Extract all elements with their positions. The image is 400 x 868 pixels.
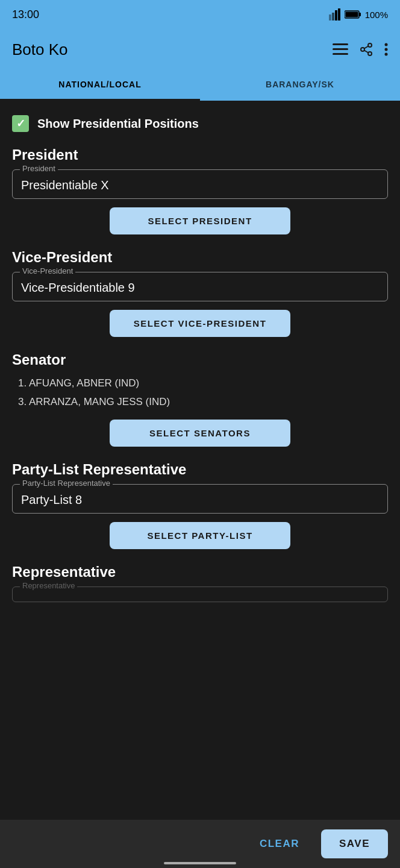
save-button[interactable]: SAVE xyxy=(321,829,388,858)
app-bar: Boto Ko xyxy=(0,29,400,70)
president-field: President Presidentiable X xyxy=(12,169,388,199)
status-icons: 100% xyxy=(329,8,388,20)
tabs: NATIONAL/LOCAL BARANGAY/SK xyxy=(0,70,400,101)
svg-point-20 xyxy=(385,53,388,56)
list-item: 1. AFUANG, ABNER (IND) xyxy=(18,374,388,393)
select-president-button[interactable]: SELECT PRESIDENT xyxy=(110,207,290,234)
representative-section: Representative Representative xyxy=(12,564,388,602)
representative-field-label: Representative xyxy=(20,581,77,590)
senator-list: 1. AFUANG, ABNER (IND) 3. ARRANZA, MANG … xyxy=(12,374,388,411)
president-field-value: Presidentiable X xyxy=(21,176,379,192)
home-indicator xyxy=(164,862,236,864)
select-senators-button[interactable]: SELECT SENATORS xyxy=(110,420,290,447)
share-icon-button[interactable] xyxy=(359,42,373,57)
president-field-label: President xyxy=(20,164,58,173)
battery-text: 100% xyxy=(365,10,388,20)
svg-point-19 xyxy=(385,48,388,51)
svg-rect-11 xyxy=(336,48,339,50)
svg-point-15 xyxy=(368,52,372,55)
status-time: 13:00 xyxy=(12,8,39,21)
show-presidential-label: Show Presidential Positions xyxy=(37,117,199,131)
checkbox-check-icon: ✓ xyxy=(16,117,25,130)
show-presidential-positions-row: ✓ Show Presidential Positions xyxy=(12,115,388,132)
svg-line-16 xyxy=(364,51,369,53)
app-bar-actions xyxy=(333,42,388,57)
representative-title: Representative xyxy=(12,564,388,580)
tab-national-local[interactable]: NATIONAL/LOCAL xyxy=(0,70,200,99)
party-list-title: Party-List Representative xyxy=(12,461,388,478)
select-vice-president-button[interactable]: SELECT VICE-PRESIDENT xyxy=(110,310,290,337)
svg-rect-10 xyxy=(336,43,339,45)
party-list-field: Party-List Representative Party-List 8 xyxy=(12,484,388,514)
clear-button[interactable]: CLEAR xyxy=(248,829,311,858)
party-list-field-label: Party-List Representative xyxy=(20,479,113,488)
senator-title: Senator xyxy=(12,351,388,368)
representative-field-value xyxy=(21,593,379,596)
app-title: Boto Ko xyxy=(12,40,68,59)
svg-rect-2 xyxy=(335,10,337,20)
more-vert-icon xyxy=(384,42,388,57)
svg-line-17 xyxy=(364,46,369,49)
tab-barangay-sk[interactable]: BARANGAY/SK xyxy=(200,70,400,99)
svg-rect-6 xyxy=(345,12,358,17)
battery-icon xyxy=(345,10,361,19)
show-presidential-checkbox[interactable]: ✓ xyxy=(12,115,29,132)
svg-point-18 xyxy=(385,43,388,46)
svg-rect-12 xyxy=(336,53,339,55)
svg-rect-5 xyxy=(359,13,361,16)
more-icon-button[interactable] xyxy=(384,42,388,57)
svg-rect-0 xyxy=(329,14,331,20)
president-title: President xyxy=(12,146,388,163)
svg-rect-3 xyxy=(338,8,340,20)
list-icon-button[interactable] xyxy=(333,43,348,55)
signal-icon xyxy=(329,8,341,20)
party-list-field-value: Party-List 8 xyxy=(21,491,379,507)
vice-president-field-value: Vice-Presidentiable 9 xyxy=(21,278,379,295)
president-section: President President Presidentiable X SEL… xyxy=(12,146,388,234)
vice-president-title: Vice-President xyxy=(12,249,388,266)
representative-field: Representative xyxy=(12,587,388,602)
status-bar: 13:00 100% xyxy=(0,0,400,29)
share-icon xyxy=(359,42,373,57)
bottom-bar: CLEAR SAVE xyxy=(0,820,400,868)
list-item: 3. ARRANZA, MANG JESS (IND) xyxy=(18,393,388,412)
svg-rect-8 xyxy=(333,48,348,50)
list-icon xyxy=(333,43,348,55)
svg-point-14 xyxy=(361,48,364,51)
vice-president-field: Vice-President Vice-Presidentiable 9 xyxy=(12,272,388,301)
select-party-list-button[interactable]: SELECT PARTY-LIST xyxy=(110,522,290,549)
vice-president-field-label: Vice-President xyxy=(20,266,75,275)
senator-section: Senator 1. AFUANG, ABNER (IND) 3. ARRANZ… xyxy=(12,351,388,447)
svg-rect-9 xyxy=(333,53,348,55)
svg-rect-1 xyxy=(332,13,334,20)
svg-rect-7 xyxy=(333,43,348,45)
main-content: ✓ Show Presidential Positions President … xyxy=(0,101,400,817)
vice-president-section: Vice-President Vice-President Vice-Presi… xyxy=(12,249,388,337)
party-list-section: Party-List Representative Party-List Rep… xyxy=(12,461,388,549)
svg-point-13 xyxy=(368,43,372,47)
